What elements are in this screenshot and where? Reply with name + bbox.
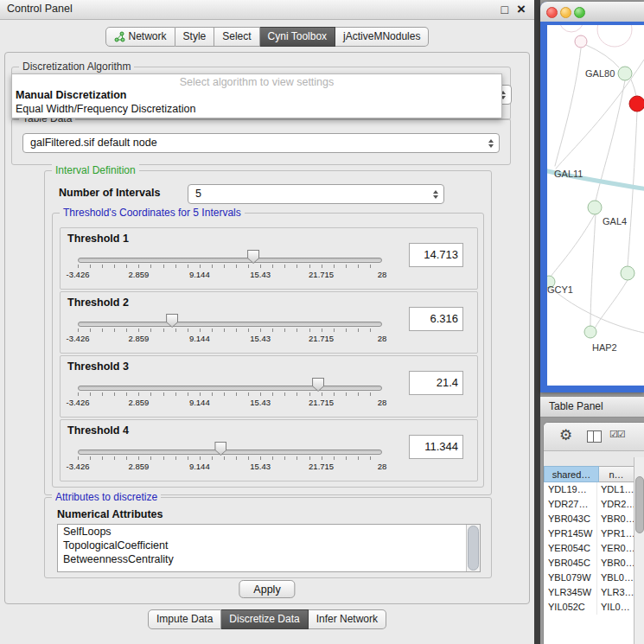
network-node[interactable] [618, 67, 632, 80]
scrollbar-thumb[interactable] [635, 476, 644, 533]
threshold-label: Threshold 3 [67, 360, 129, 373]
network-edge [631, 80, 636, 97]
tab-style[interactable]: Style [175, 27, 215, 47]
network-node[interactable] [575, 35, 587, 48]
slider-track[interactable] [78, 386, 382, 391]
table-cell: YBR043C [544, 512, 597, 526]
table-cell: YDR27… [544, 497, 597, 512]
attribute-list-item[interactable]: SelfLoops [58, 525, 480, 539]
threshold-value-field[interactable]: 21.4 [409, 371, 463, 395]
tab-label: Select [222, 28, 251, 46]
network-canvas[interactable]: GAL80GAL11GAL4GCY1HAP2 [547, 25, 644, 386]
slider-tickmarks [78, 456, 382, 460]
threshold-4-slider[interactable]: -3.4262.8599.14415.4321.71528 [78, 444, 382, 475]
slider-track[interactable] [78, 258, 382, 263]
selected-network-node[interactable] [629, 96, 644, 112]
threshold-label: Threshold 1 [67, 233, 129, 245]
numerical-attributes-list[interactable]: SelfLoopsTopologicalCoefficientBetweenne… [57, 524, 481, 572]
tick-label: 28 [378, 270, 387, 279]
group-title: Interval Definition [52, 164, 139, 176]
table-row[interactable]: YER054CYER0… [544, 541, 634, 556]
threshold-label: Threshold 2 [67, 296, 129, 309]
titlebar[interactable]: Control Panel □ × [0, 0, 534, 20]
tab-select[interactable]: Select [214, 27, 259, 47]
table-cell: YBR0… [597, 556, 634, 571]
network-node[interactable] [588, 201, 602, 214]
tick-label: 9.144 [189, 462, 210, 471]
table-cell: YDL1… [597, 482, 634, 497]
slider-tickmarks [78, 328, 382, 332]
dropdown-option-equal-width[interactable]: Equal Width/Frequency Discretization [12, 102, 501, 116]
threshold-value-field[interactable]: 14.713 [409, 243, 463, 267]
columns-icon[interactable] [587, 430, 602, 443]
table-scrollbar[interactable] [634, 457, 644, 644]
select-columns-icon[interactable]: ☑☑ [609, 429, 625, 440]
attribute-list-item[interactable]: BetweennessCentrality [58, 552, 480, 566]
table-panel-header[interactable]: Table Panel [540, 396, 644, 418]
table-row[interactable]: YIL052CYIL0… [544, 600, 634, 615]
slider-track[interactable] [78, 450, 382, 455]
dropdown-option-manual-discretization[interactable]: Manual Discretization [12, 88, 501, 102]
node-label: HAP2 [592, 342, 617, 353]
table-cell: YBL0… [597, 571, 634, 585]
table-row[interactable]: YLR345WYLR3… [544, 585, 634, 600]
threshold-value-field[interactable]: 6.316 [409, 307, 463, 331]
tab-label: Style [183, 28, 207, 46]
table-row[interactable]: YBL079WYBL0… [544, 571, 634, 585]
threshold-2-slider[interactable]: -3.4262.8599.14415.4321.71528 [78, 316, 382, 348]
tick-label: 21.715 [309, 334, 334, 343]
dropdown-prompt: Select algorithm to view settings [12, 74, 501, 88]
tab-cyni-toolbox[interactable]: Cyni Toolbox [260, 27, 335, 47]
numerical-attributes-label: Numerical Attributes [57, 508, 163, 520]
network-edge [595, 280, 628, 328]
tab-discretize-data[interactable]: Discretize Data [221, 609, 308, 629]
threshold-3-slider[interactable]: -3.4262.8599.14415.4321.71528 [78, 380, 382, 411]
tick-label: 2.859 [129, 334, 150, 343]
column-header-name[interactable]: n… [599, 466, 634, 482]
combo-value: 5 [195, 185, 201, 203]
node-label: GAL11 [554, 169, 583, 179]
tick-label: 28 [378, 398, 387, 407]
tick-label: 21.715 [309, 398, 334, 407]
list-scrollbar[interactable] [466, 525, 480, 571]
gear-icon[interactable]: ⚙ [559, 427, 572, 444]
float-window-icon[interactable]: □ [501, 3, 508, 16]
tick-label: 2.859 [129, 462, 150, 471]
network-node[interactable] [621, 266, 634, 280]
table-panel-title: Table Panel [549, 400, 603, 412]
table-cell: YDR2… [597, 497, 634, 512]
tick-label: 9.144 [189, 398, 210, 407]
close-icon[interactable]: × [517, 2, 526, 17]
table-data-combobox[interactable]: galFiltered.sif default node [22, 133, 500, 153]
panel-divider[interactable] [534, 0, 540, 644]
table-row[interactable]: YPR145WYPR1… [544, 526, 634, 541]
threshold-1-slider[interactable]: -3.4262.8599.14415.4321.71528 [78, 252, 382, 284]
titlebar-icons: □ × [501, 2, 526, 17]
minimize-traffic-light[interactable] [560, 7, 571, 18]
threshold-value-field[interactable]: 11.344 [409, 435, 463, 459]
network-icon [114, 31, 125, 42]
tab-jactivemnodules[interactable]: jActiveMNodules [335, 27, 429, 47]
tab-network[interactable]: Network [105, 27, 175, 47]
network-edge [586, 45, 619, 67]
network-node[interactable] [584, 326, 596, 338]
table-row[interactable]: YDR27…YDR2… [544, 497, 634, 512]
zoom-traffic-light[interactable] [574, 7, 585, 18]
network-window-titlebar[interactable] [540, 2, 644, 22]
number-of-intervals-label: Number of Intervals [59, 187, 160, 199]
tab-infer-network[interactable]: Infer Network [309, 609, 386, 629]
tick-label: -3.426 [67, 270, 90, 279]
close-traffic-light[interactable] [546, 7, 558, 18]
table-row[interactable]: YBR043CYBR0… [544, 512, 634, 526]
table-cell: YER054C [544, 541, 597, 556]
attribute-list-item[interactable]: TopologicalCoefficient [58, 539, 480, 552]
table-row[interactable]: YBR045CYBR0… [544, 556, 634, 571]
number-of-intervals-combobox[interactable]: 5 [188, 184, 444, 204]
scrollbar-thumb[interactable] [468, 526, 479, 571]
table-row[interactable]: YDL19…YDL1… [544, 482, 634, 497]
node-label: GAL4 [603, 216, 627, 226]
slider-track[interactable] [78, 322, 382, 327]
apply-button[interactable]: Apply [239, 580, 295, 598]
tab-impute-data[interactable]: Impute Data [148, 609, 221, 629]
column-header-shared-name[interactable]: shared… [544, 466, 599, 482]
